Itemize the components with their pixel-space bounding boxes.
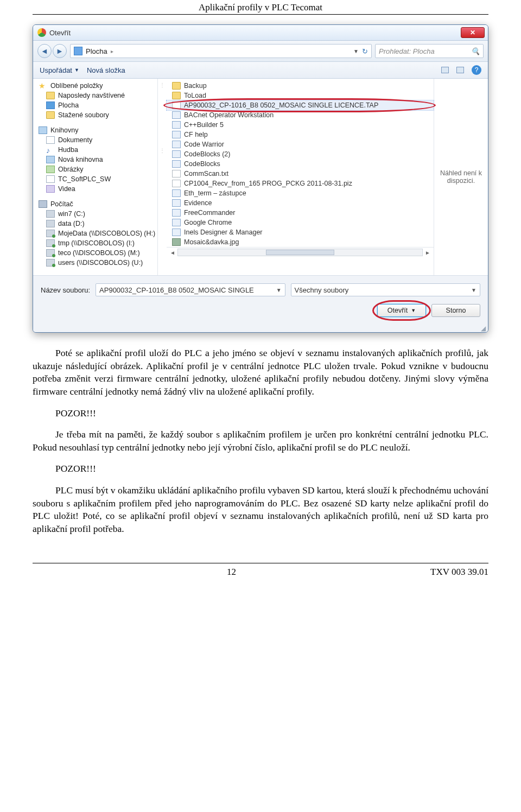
cancel-button[interactable]: Storno (431, 304, 480, 317)
app-icon (172, 219, 181, 226)
app-icon (172, 229, 181, 236)
sidebar-net-h[interactable]: MojeData (\\DISCOBOLOS) (H:) (33, 229, 157, 238)
folder-icon (46, 92, 55, 99)
app-icon (172, 131, 181, 138)
document-icon (46, 136, 55, 144)
scroll-right-icon[interactable]: ► (425, 250, 430, 256)
paragraph: Je třeba mít na paměti, že každý soubor … (33, 428, 488, 454)
list-item[interactable]: Code Warrior (167, 139, 434, 149)
sidebar-net-i[interactable]: tmp (\\DISCOBOLOS) (I:) (33, 238, 157, 248)
sidebar-favorites[interactable]: ★Oblíbené položky (33, 81, 157, 91)
open-file-dialog: Otevřít ✕ ◄ ► Plocha ▸ ▼ ↻ Prohledat: Pl… (33, 24, 488, 333)
list-item[interactable]: CP1004_Recv_from_165 PROG_PCKG 2011-08-3… (167, 179, 434, 188)
sidebar-pictures[interactable]: Obrázky (33, 164, 157, 174)
sidebar-net-u[interactable]: users (\\DISCOBOLOS) (U:) (33, 258, 157, 268)
sidebar-drive-d[interactable]: data (D:) (33, 219, 157, 229)
chevron-down-icon[interactable]: ▼ (353, 48, 359, 54)
list-item[interactable]: CF help (167, 130, 434, 139)
body-text: Poté se aplikační profil uloží do PLC a … (33, 347, 488, 536)
close-button[interactable]: ✕ (461, 27, 485, 38)
list-item[interactable]: Backup (167, 81, 434, 91)
desktop-icon (46, 101, 55, 109)
drive-icon (46, 210, 55, 218)
text-file-icon (172, 170, 181, 177)
sidebar-drive-c[interactable]: win7 (C:) (33, 209, 157, 219)
sidebar-tcsoft[interactable]: TC_SoftPLC_SW (33, 174, 157, 184)
network-drive-icon (46, 249, 55, 257)
preview-pane-icon[interactable] (456, 67, 464, 73)
app-icon (172, 160, 181, 168)
list-item[interactable]: CodeBlocks (2) (167, 149, 434, 159)
new-folder-button[interactable]: Nová složka (87, 66, 125, 74)
folder-icon (46, 111, 55, 119)
scroll-thumb[interactable] (266, 250, 334, 255)
list-item[interactable]: CodeBlocks (167, 159, 434, 169)
list-item[interactable]: FreeCommander (167, 208, 434, 218)
help-icon[interactable]: ? (472, 65, 481, 75)
scroll-left-icon[interactable]: ◄ (170, 250, 175, 256)
folder-icon (172, 92, 181, 99)
nav-back-button[interactable]: ◄ (37, 44, 52, 58)
preview-pane: Náhled není k dispozici. (434, 79, 488, 275)
sidebar-music[interactable]: ♪Hudba (33, 145, 157, 155)
view-icon[interactable] (441, 67, 449, 73)
list-item-selected[interactable]: AP900032_CP-1016_B8 0502_MOSAIC SINGLE L… (167, 100, 434, 110)
sidebar-videos[interactable]: Videa (33, 184, 157, 194)
splitter[interactable]: ⋮ ⋮ (158, 79, 167, 275)
video-icon (46, 185, 55, 193)
chevron-down-icon[interactable]: ▼ (276, 287, 282, 293)
dialog-buttons: Otevřít ▼ Storno (33, 300, 488, 325)
sidebar-net-m[interactable]: teco (\\DISCOBOLOS) (M:) (33, 248, 157, 258)
paragraph: PLC musí být v okamžiku ukládání aplikač… (33, 484, 488, 536)
document-icon (46, 175, 55, 183)
horizontal-scrollbar[interactable]: ◄ ► (167, 247, 434, 257)
list-item[interactable]: ToLoad (167, 91, 434, 100)
refresh-icon[interactable]: ↻ (362, 47, 368, 55)
pictures-icon (46, 166, 55, 173)
desktop-icon (74, 47, 82, 55)
sidebar-desktop[interactable]: Plocha (33, 100, 157, 110)
page-footer: 12 TXV 003 39.01 (33, 563, 488, 578)
chevron-down-icon: ▼ (74, 67, 79, 73)
list-item[interactable]: Evidence (167, 198, 434, 208)
toolbar: Uspořádat ▼ Nová složka ? (33, 62, 488, 79)
app-icon (172, 111, 181, 119)
shortcut-icon (172, 189, 181, 197)
file-filter-select[interactable]: Všechny soubory ▼ (291, 283, 480, 296)
sidebar-documents[interactable]: Dokumenty (33, 135, 157, 145)
network-drive-icon (46, 259, 55, 267)
warning-heading: POZOR!!! (33, 462, 488, 475)
file-icon (172, 180, 181, 187)
sidebar-recent[interactable]: Naposledy navštívené (33, 91, 157, 100)
chevron-right-icon: ▸ (111, 48, 113, 54)
open-button[interactable]: Otevřít ▼ (377, 304, 426, 317)
libraries-icon (46, 156, 55, 163)
breadcrumb[interactable]: Plocha ▸ ▼ ↻ (70, 44, 372, 58)
filename-input[interactable]: AP900032_CP-1016_B8 0502_MOSAIC SINGLE ▼ (96, 283, 285, 296)
chrome-icon (37, 28, 46, 37)
nav-forward-button[interactable]: ► (53, 44, 67, 58)
list-item[interactable]: BACnet Operator Workstation (167, 110, 434, 120)
folder-icon (172, 82, 181, 90)
sidebar-libraries[interactable]: Knihovny (33, 125, 157, 135)
list-item[interactable]: Eth_term – zástupce (167, 188, 434, 198)
star-icon: ★ (39, 82, 47, 90)
sidebar-downloads[interactable]: Stažené soubory (33, 110, 157, 120)
list-item[interactable]: CommScan.txt (167, 169, 434, 179)
list-item[interactable]: Google Chrome (167, 218, 434, 227)
app-icon (172, 209, 181, 217)
sidebar-computer[interactable]: Počítač (33, 199, 157, 209)
split-chevron-icon[interactable]: ▼ (411, 308, 416, 313)
search-input[interactable]: Prohledat: Plocha 🔍 (375, 44, 484, 58)
list-item[interactable]: Inels Designer & Manager (167, 227, 434, 237)
list-item[interactable]: Mosaic&davka.jpg (167, 237, 434, 247)
chevron-down-icon[interactable]: ▼ (471, 287, 476, 293)
paragraph: Poté se aplikační profil uloží do PLC a … (33, 347, 488, 398)
app-icon (172, 121, 181, 129)
app-icon (172, 199, 181, 207)
resize-grip-icon[interactable]: ◢ (33, 325, 488, 332)
sidebar-newlib[interactable]: Nová knihovna (33, 155, 157, 164)
list-item[interactable]: C++Builder 5 (167, 120, 434, 130)
organize-button[interactable]: Uspořádat ▼ (40, 66, 79, 74)
drive-icon (46, 220, 55, 227)
